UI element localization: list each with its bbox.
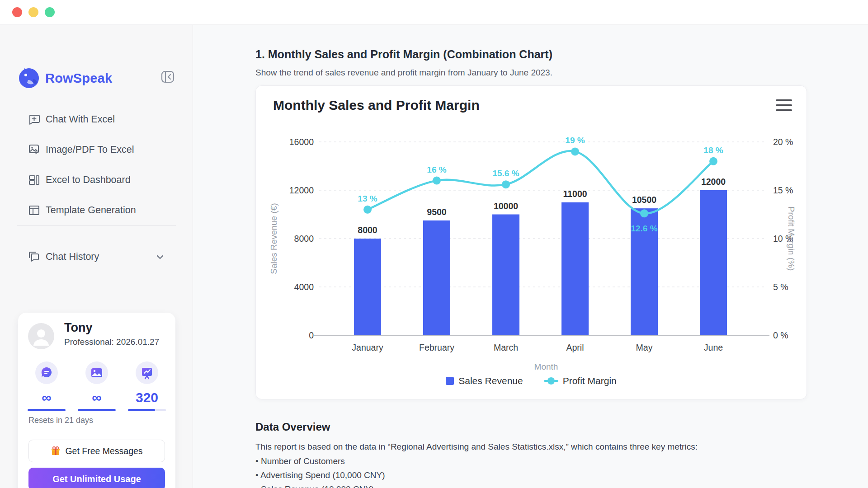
legend-item-profit-margin[interactable]: Profit Margin <box>544 375 617 386</box>
sales-revenue-bar[interactable] <box>423 221 450 335</box>
profit-margin-label: 12.6 % <box>631 224 657 233</box>
chat-plus-icon <box>28 113 40 126</box>
profit-margin-label: 18 % <box>703 145 723 155</box>
maximize-window-button[interactable] <box>45 7 55 17</box>
bar-value-label: 8000 <box>358 225 377 235</box>
sidebar-item-template-generation[interactable]: Template Generation <box>0 195 193 225</box>
left-axis-tick: 4000 <box>294 282 314 292</box>
stat-value: 320 <box>136 390 158 405</box>
resets-label: Resets in 21 days <box>28 416 93 425</box>
profit-margin-label: 16 % <box>427 165 446 174</box>
sidebar-item-excel-to-dashboard[interactable]: Excel to Dashboard <box>0 165 193 195</box>
profit-margin-point[interactable] <box>363 206 372 214</box>
data-overview-intro: This report is based on the data in “Reg… <box>255 442 753 452</box>
profit-margin-point[interactable] <box>433 177 441 185</box>
right-axis-tick: 5 % <box>773 282 788 292</box>
stat-progress <box>128 409 166 411</box>
sidebar-divider <box>17 225 176 226</box>
collapse-sidebar-icon <box>161 70 175 84</box>
right-axis-tick: 0 % <box>773 330 788 340</box>
bar-value-label: 9500 <box>427 207 447 217</box>
minimize-window-button[interactable] <box>28 7 38 17</box>
get-free-messages-label: Get Free Messages <box>65 446 142 456</box>
sidebar: RowSpeak Chat With Excel Image/PDF To <box>0 25 193 488</box>
avatar[interactable] <box>28 323 54 349</box>
template-icon <box>28 204 40 216</box>
left-axis-tick: 12000 <box>289 185 314 195</box>
sidebar-item-image-pdf-to-excel[interactable]: Image/PDF To Excel <box>0 135 193 165</box>
sidebar-item-chat-history[interactable]: Chat History <box>0 244 193 269</box>
overview-bullet: Sales Revenue (10,000 CNY) <box>255 484 385 488</box>
get-unlimited-usage-label: Get Unlimited Usage <box>52 474 141 484</box>
x-axis-title: Month <box>534 362 558 371</box>
sales-revenue-bar[interactable] <box>700 190 727 335</box>
stat-dashboards: 320 <box>128 361 166 411</box>
window-titlebar <box>0 0 868 25</box>
gift-icon <box>51 446 61 456</box>
sidebar-item-chat-with-excel[interactable]: Chat With Excel <box>0 104 193 135</box>
x-axis-tick: May <box>636 343 653 352</box>
person-icon <box>28 323 54 349</box>
profit-margin-point[interactable] <box>571 147 579 155</box>
profit-margin-label: 19 % <box>565 136 585 145</box>
sales-revenue-bar[interactable] <box>492 215 519 336</box>
legend-label: Profit Margin <box>563 375 617 386</box>
section-heading: 1. Monthly Sales and Profit Margin (Comb… <box>255 48 552 61</box>
section-subheading: Show the trend of sales revenue and prof… <box>255 68 552 78</box>
sidebar-item-label: Chat With Excel <box>46 114 115 125</box>
x-axis-tick: February <box>419 343 454 352</box>
chart-title: Monthly Sales and Profit Margin <box>273 98 480 113</box>
chevron-down-icon[interactable] <box>155 252 165 262</box>
window-controls <box>12 7 55 17</box>
rowspeak-logo-icon <box>18 67 40 89</box>
stat-value: ∞ <box>42 390 51 405</box>
profit-margin-point[interactable] <box>502 180 510 188</box>
user-plan: Professional: 2026.01.27 <box>64 337 159 347</box>
combination-chart: 04000800012000160000 %5 %10 %15 %20 %Sal… <box>256 86 807 400</box>
sales-revenue-bar[interactable] <box>561 202 589 335</box>
sales-revenue-bar[interactable] <box>354 239 381 335</box>
x-axis-tick: January <box>352 343 383 352</box>
sidebar-collapse-button[interactable] <box>161 70 175 84</box>
data-overview-title: Data Overview <box>255 421 330 433</box>
profit-margin-label: 13 % <box>358 194 377 203</box>
data-overview-list: Number of Customers Advertising Spend (1… <box>255 456 385 488</box>
profit-margin-line[interactable] <box>368 151 713 213</box>
legend-item-sales-revenue[interactable]: Sales Revenue <box>446 375 523 386</box>
close-window-button[interactable] <box>12 7 22 17</box>
right-axis-title: Profit Margin (%) <box>787 206 796 271</box>
overview-bullet: Advertising Spend (10,000 CNY) <box>255 470 385 480</box>
left-axis-tick: 8000 <box>294 234 314 244</box>
stat-image-conversions: ∞ <box>78 361 116 411</box>
right-axis-tick: 15 % <box>773 185 793 195</box>
sidebar-item-label: Chat History <box>46 251 99 263</box>
user-card: Tony Professional: 2026.01.27 ∞ <box>18 313 175 488</box>
get-free-messages-button[interactable]: Get Free Messages <box>28 440 165 462</box>
bar-value-label: 10000 <box>494 201 518 211</box>
brand-name: RowSpeak <box>45 71 112 86</box>
stat-chat-messages: ∞ <box>28 361 66 411</box>
chart-menu-button[interactable] <box>776 99 792 111</box>
overview-bullet: Number of Customers <box>255 456 385 466</box>
x-axis-tick: April <box>566 343 584 352</box>
legend-label: Sales Revenue <box>458 375 523 386</box>
x-axis-tick: June <box>704 343 723 352</box>
bar-value-label: 10500 <box>632 195 656 205</box>
line-series-swatch-icon <box>544 377 558 385</box>
profit-margin-point[interactable] <box>640 209 648 217</box>
chart-legend: Sales Revenue Profit Margin <box>256 375 807 386</box>
dashboard-icon <box>28 174 40 186</box>
sidebar-item-label: Image/PDF To Excel <box>46 144 134 155</box>
bar-series-swatch-icon <box>446 377 454 385</box>
left-axis-tick: 16000 <box>289 137 314 147</box>
brand: RowSpeak <box>18 67 112 89</box>
image-convert-icon <box>28 144 40 156</box>
chat-usage-icon <box>35 361 58 384</box>
usage-stats: ∞ ∞ <box>18 361 175 411</box>
profit-margin-point[interactable] <box>709 157 717 165</box>
sidebar-item-label: Template Generation <box>46 205 136 216</box>
stat-progress <box>78 409 116 411</box>
chart-usage-icon <box>136 361 158 384</box>
x-axis-tick: March <box>494 343 518 352</box>
get-unlimited-usage-button[interactable]: Get Unlimited Usage <box>28 468 165 488</box>
